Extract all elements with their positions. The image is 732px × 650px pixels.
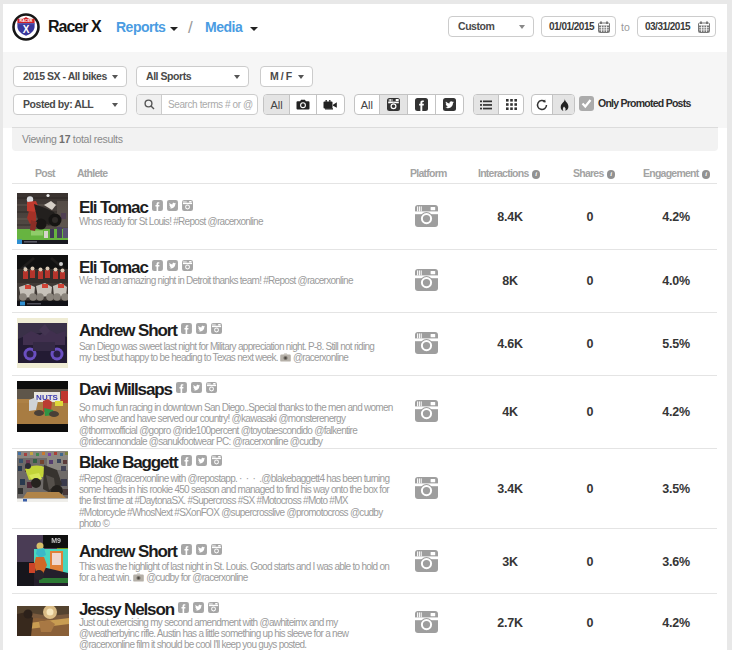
svg-text:RACER: RACER	[20, 19, 33, 23]
svg-text:X: X	[23, 24, 30, 35]
svg-text:M9: M9	[51, 537, 61, 544]
